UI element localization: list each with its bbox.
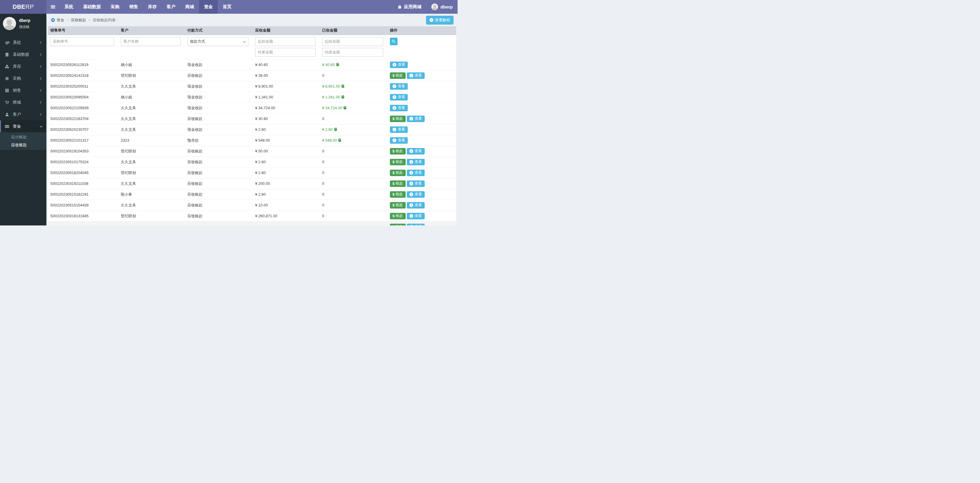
received-amount: ¥ 1,341.00: [322, 95, 340, 99]
view-button[interactable]: i查看: [407, 148, 425, 155]
payment-cell: 现金收款: [185, 81, 253, 92]
view-button[interactable]: i查看: [407, 202, 425, 209]
sidebar-item-客户[interactable]: 客户: [0, 108, 46, 120]
view-tutorial-button[interactable]: i查看教程: [426, 16, 453, 24]
sidebar-item-基础数据[interactable]: 基础数据: [0, 48, 46, 61]
receive-button[interactable]: $收款: [390, 116, 406, 122]
actions-cell: i查看: [388, 124, 456, 135]
dollar-icon: $: [393, 149, 395, 153]
actions-cell: $收款i查看: [388, 156, 456, 167]
info-icon: i: [409, 117, 413, 121]
view-button[interactable]: i查看: [390, 94, 408, 100]
sidebar-item-销售[interactable]: 销售: [0, 84, 46, 96]
sidebar-item-库存[interactable]: 库存: [0, 61, 46, 72]
actions-cell: i查看: [388, 92, 456, 102]
top-navbar: DBERP 系统基础数据采购销售库存客户商城资金首页 应用商城 dberp: [0, 0, 458, 14]
breadcrumb-item-current: 应收账款列表: [93, 18, 116, 23]
breadcrumb-item-receivables[interactable]: 应收账款: [71, 18, 86, 23]
view-button[interactable]: i查看: [390, 62, 408, 68]
view-button[interactable]: i查看: [407, 180, 425, 187]
receive-button[interactable]: $收款: [390, 170, 406, 176]
receive-button[interactable]: $收款: [390, 159, 406, 165]
nav-item-首页[interactable]: 首页: [218, 0, 236, 14]
app-store-link[interactable]: 应用商城: [393, 0, 426, 14]
received-cell: ¥ 8,901.00: [320, 81, 388, 92]
receive-button[interactable]: $收款: [390, 148, 406, 155]
table-row: S00220230522105639 久久文具 现金收款 ¥ 34,724.00…: [48, 102, 456, 113]
received-amount: ¥ 548.00: [322, 138, 337, 142]
customer-cell: 陈小春: [118, 189, 185, 200]
customer-cell: 世纪联创: [118, 167, 185, 178]
view-button[interactable]: i查看: [407, 72, 425, 79]
table-row: S00220230510175324 久久文具 应收账款 ¥ 2.60 0 $收…: [48, 156, 456, 167]
payment-method-select[interactable]: 收款方式: [187, 37, 248, 46]
info-icon: i: [409, 149, 413, 153]
view-button[interactable]: i查看: [407, 159, 425, 165]
view-button[interactable]: i查看: [407, 116, 425, 122]
received-end-amount-input[interactable]: [322, 48, 383, 57]
nav-item-客户[interactable]: 客户: [162, 0, 180, 14]
payment-cell: 应收账款: [185, 178, 253, 189]
received-cell: ¥ 2.60: [320, 124, 388, 135]
nav-item-商城[interactable]: 商城: [180, 0, 199, 14]
nav-item-库存[interactable]: 库存: [143, 0, 162, 14]
receivable-end-amount-input[interactable]: [255, 48, 315, 57]
nav-item-基础数据[interactable]: 基础数据: [78, 0, 106, 14]
sidebar-item-资金[interactable]: 资金: [0, 120, 46, 132]
nav-item-销售[interactable]: 销售: [124, 0, 143, 14]
receive-button[interactable]: $收款: [390, 213, 406, 219]
sidebar-item-采购[interactable]: 采购: [0, 72, 46, 84]
view-button[interactable]: i查看: [407, 170, 425, 176]
brand-logo[interactable]: DBERP: [0, 0, 46, 14]
receive-button[interactable]: $收款: [390, 191, 406, 198]
sidebar-toggle-button[interactable]: [46, 0, 59, 14]
received-amount: ¥ 40.60: [322, 62, 335, 67]
sidebar-user-name: dberp: [19, 18, 30, 23]
receive-button[interactable]: $收款: [390, 224, 406, 226]
sidebar-item-商城[interactable]: 商城: [0, 96, 46, 108]
view-button[interactable]: i查看: [390, 83, 408, 90]
sidebar-user-avatar: [3, 17, 16, 30]
receivable-start-amount-input[interactable]: [255, 37, 315, 46]
view-button[interactable]: i查看: [390, 126, 408, 133]
order-number-filter-input[interactable]: [50, 37, 114, 46]
actions-cell: $收款i查看: [388, 222, 456, 225]
info-icon: i: [409, 73, 413, 77]
customer-name-filter-input[interactable]: [121, 37, 181, 46]
received-cell: 0: [320, 113, 388, 124]
sidebar-subitem-应收账款[interactable]: 应收账款: [0, 141, 46, 149]
receive-button[interactable]: $收款: [390, 202, 406, 209]
grid-icon: [5, 84, 12, 97]
nav-item-资金[interactable]: 资金: [199, 0, 218, 14]
chevron-left-icon: [40, 77, 42, 80]
view-button[interactable]: i查看: [407, 224, 425, 226]
breadcrumb-item-funds[interactable]: 资金: [57, 18, 64, 23]
user-menu[interactable]: dberp: [426, 0, 458, 14]
view-button[interactable]: i查看: [390, 105, 408, 111]
customer-cell: 久久文具: [118, 200, 185, 210]
payment-cell: 应收账款: [185, 156, 253, 167]
actions-cell: $收款i查看: [388, 113, 456, 124]
info-icon: i: [393, 128, 396, 131]
cart-icon: [5, 97, 12, 108]
view-button[interactable]: i查看: [407, 213, 425, 219]
view-button[interactable]: i查看: [407, 191, 425, 198]
table-row: S00220230524142318 世纪联创 应收账款 ¥ 26.00 0 $…: [48, 70, 456, 81]
shopping-bag-icon: [398, 5, 402, 9]
nav-item-系统[interactable]: 系统: [59, 0, 78, 14]
sidebar-item-系统[interactable]: ⚙⚙ 系统: [0, 37, 46, 48]
view-button[interactable]: i查看: [390, 137, 408, 143]
search-button[interactable]: [390, 38, 398, 45]
sidebar-subitem-应付账款[interactable]: 应付账款: [0, 133, 46, 141]
nav-item-采购[interactable]: 采购: [106, 0, 124, 14]
customer-cell: 久久文具: [118, 178, 185, 189]
payment-cell: 应收账款: [185, 113, 253, 124]
receivable-cell: ¥ 2.60: [253, 189, 320, 200]
order-cell: S00220230515154439: [48, 200, 118, 210]
chevron-left-icon: [40, 89, 42, 91]
customer-cell: [118, 222, 185, 225]
received-start-amount-input[interactable]: [322, 37, 383, 46]
receive-button[interactable]: $收款: [390, 72, 406, 79]
receive-button[interactable]: $收款: [390, 180, 406, 187]
search-icon: [391, 40, 395, 43]
